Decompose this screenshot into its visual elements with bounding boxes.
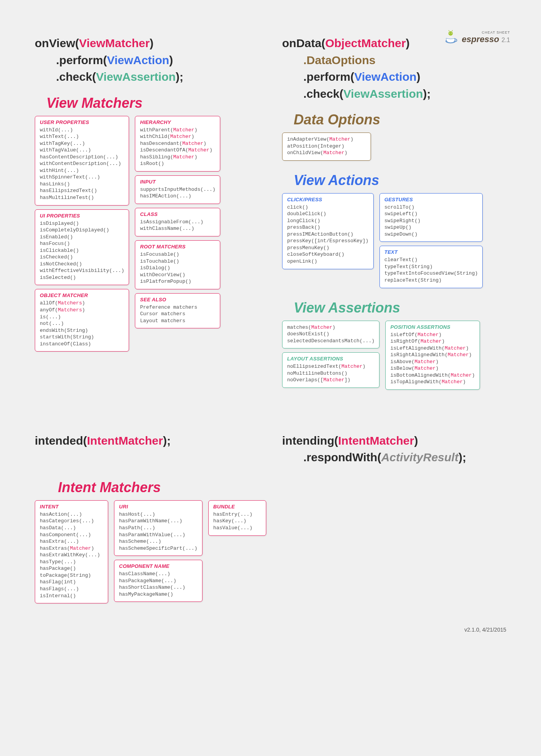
box-content: withId(...) withText(...) withTagKey(...… [40,127,124,201]
box-content: inAdapterView(Matcher) atPosition(Intege… [287,136,366,156]
box-title: POSITION ASSERTIONS [390,324,475,330]
box-title: INPUT [140,179,215,185]
top-section: CHEAT SHEET espresso 2.1 onView(ViewMatc… [35,35,506,390]
box-title: GESTURES [384,197,478,202]
bundle-box: BUNDLE hasEntry(...) hasKey(...) hasValu… [208,500,266,536]
box-content: hasClassName(...) hasPackageName(...) ha… [119,571,197,598]
see-also-box: SEE ALSO Preference matchers Cursor matc… [135,293,220,329]
ui-properties-box: UI PROPERTIES isDisplayed() isCompletely… [35,209,129,285]
box-title: CLASS [140,211,215,217]
box-title: COMPONENT NAME [119,563,197,569]
left-column: onView(ViewMatcher) .perform(ViewAction)… [35,35,259,390]
hierarchy-box: HIERARCHY withParent(Matcher) withChild(… [135,116,220,172]
position-assertions-box: POSITION ASSERTIONS isLeftOf(Matcher) is… [385,321,480,390]
uri-box: URI hasHost(...) hasParamWithName(...) h… [114,500,202,556]
svg-point-3 [451,33,452,34]
object-matcher-box: OBJECT MATCHER allOf(Matchers) anyOf(Mat… [35,289,129,352]
box-content: clearText() typeText(String) typeTextInt… [384,257,478,284]
cheat-sheet-label: CHEAT SHEET [462,31,510,34]
box-content: matches(Matcher) doesNotExist() selected… [287,324,374,345]
view-actions-heading: View Actions [294,172,506,189]
class-box: CLASS isAssignableFrom(...) withClassNam… [135,208,220,236]
box-title: TEXT [384,249,478,255]
box-content: withParent(Matcher) withChild(Matcher) h… [140,127,215,167]
text-box: TEXT clearText() typeText(String) typeTe… [379,246,483,288]
box-content: isFocusable() isTouchable() isDialog() w… [140,251,215,285]
gestures-box: GESTURES scrollTo() swipeLeft() swipeRig… [379,193,483,242]
box-title: URI [119,504,197,510]
box-content: hasHost(...) hasParamWithName(...) hasPa… [119,511,197,552]
box-title: SEE ALSO [140,297,215,302]
lower-section: intended(IntentMatcher); intending(Inten… [35,432,506,476]
svg-point-1 [448,31,453,36]
box-content: isDisplayed() isCompletelyDisplayed() is… [40,220,124,281]
input-box: INPUT supportsInputMethods(...) hasIMEAc… [135,175,220,204]
box-content: isLeftOf(Matcher) isRightOf(Matcher) isL… [390,331,475,386]
onview-signature: onView(ViewMatcher) .perform(ViewAction)… [35,35,259,85]
box-content: Preference matchers Cursor matchers Layo… [140,304,215,324]
assertions-box: matches(Matcher) doesNotExist() selected… [282,321,379,349]
brand-name: espresso 2.1 [462,34,510,44]
data-options-box: inAdapterView(Matcher) atPosition(Intege… [282,133,371,161]
box-content: isAssignableFrom(...) withClassName(...) [140,219,215,232]
box-content: noEllipseizedText(Matcher) noMultilineBu… [287,363,374,384]
root-matchers-box: ROOT MATCHERS isFocusable() isTouchable(… [135,240,220,289]
svg-line-5 [452,30,453,31]
espresso-cup-icon [444,30,459,45]
box-content: hasAction(...) hasCategories(...) hasDat… [40,511,103,599]
box-title: OBJECT MATCHER [40,292,124,298]
box-content: supportsInputMethods(...) hasIMEAction(.… [140,186,215,200]
svg-line-4 [449,30,449,31]
box-title: ROOT MATCHERS [140,244,215,250]
box-content: hasEntry(...) hasKey(...) hasValue(...) [213,511,261,532]
data-options-heading: Data Options [294,112,506,128]
box-title: HIERARCHY [140,119,215,125]
box-title: UI PROPERTIES [40,213,124,219]
intended-signature: intended(IntentMatcher); [35,432,259,449]
footer-version: v2.1.0, 4/21/2015 [35,627,506,633]
box-content: allOf(Matchers) anyOf(Matchers) is(...) … [40,300,124,347]
intent-matchers-heading: Intent Matchers [58,479,506,496]
logo: CHEAT SHEET espresso 2.1 [444,30,510,45]
intent-box: INTENT hasAction(...) hasCategories(...)… [35,500,108,603]
view-matchers-heading: View Matchers [46,95,259,111]
view-matchers-boxes: USER PROPERTIES withId(...) withText(...… [35,116,259,352]
layout-assertions-box: LAYOUT ASSERTIONS noEllipseizedText(Matc… [282,352,379,388]
right-column: onData(ObjectMatcher) .DataOptions .perf… [282,35,506,390]
user-properties-box: USER PROPERTIES withId(...) withText(...… [35,116,129,206]
box-title: USER PROPERTIES [40,119,124,125]
view-assertions-heading: View Assertions [294,300,506,316]
box-title: BUNDLE [213,504,261,510]
view-actions-boxes: CLICK/PRESS click() doubleClick() longCl… [282,193,506,288]
intending-signature: intending(IntentMatcher) .respondWith(Ac… [282,432,506,466]
box-content: scrollTo() swipeLeft() swipeRight() swip… [384,204,478,238]
svg-point-2 [449,33,450,34]
box-title: CLICK/PRESS [287,197,369,202]
box-title: INTENT [40,504,103,510]
component-name-box: COMPONENT NAME hasClassName(...) hasPack… [114,560,202,602]
click-press-box: CLICK/PRESS click() doubleClick() longCl… [282,193,374,269]
box-title: LAYOUT ASSERTIONS [287,356,374,362]
ondata-signature: onData(ObjectMatcher) .DataOptions .perf… [282,35,506,102]
intent-matchers-boxes: INTENT hasAction(...) hasCategories(...)… [35,500,506,603]
view-assertions-boxes: matches(Matcher) doesNotExist() selected… [282,321,506,390]
box-content: click() doubleClick() longClick() pressB… [287,204,369,265]
